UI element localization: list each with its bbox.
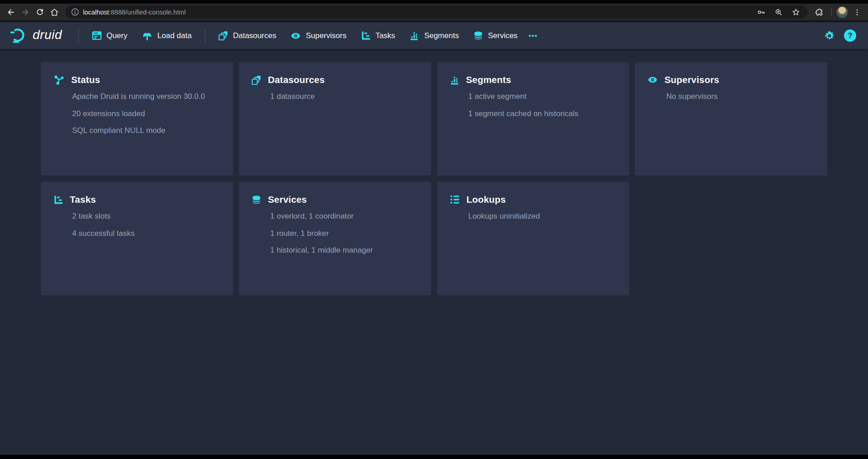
segments-icon [410,31,419,40]
card-lookups[interactable]: LookupsLookups uninitialized [437,182,629,295]
card-header: Services [252,194,419,205]
url-host: localhost [83,9,109,16]
eye-icon [291,31,301,41]
extensions-icon[interactable] [812,5,827,19]
card-title: Lookups [467,194,506,205]
card-body: 1 active segment1 segment cached on hist… [468,92,617,118]
profile-avatar[interactable] [836,6,848,18]
properties-icon [450,195,460,205]
card-line: 1 segment cached on historicals [468,109,617,119]
nav-item-load-data[interactable]: Load data [136,26,198,45]
card-tasks[interactable]: Tasks2 task slots4 successful tasks [41,182,233,295]
window-frame-bottom [0,455,868,459]
navbar-divider [205,29,205,43]
help-button[interactable]: ? [844,29,856,42]
nav-item-label: Load data [157,31,192,40]
nav-item-services[interactable]: Services [468,27,523,44]
card-body: No supervisors [666,92,814,102]
forward-icon [18,5,33,19]
nav-item-label: Query [107,31,127,40]
card-header: Tasks [54,194,220,205]
card-line: No supervisors [666,92,814,102]
url-text[interactable]: localhost:8888/unified-console.html [83,9,754,16]
reload-icon[interactable] [33,5,47,19]
nav-item-label: Datasources [233,31,276,40]
card-line: SQL compliant NULL mode [72,126,220,136]
card-header: Lookups [450,194,617,205]
url-bar[interactable]: localhost:8888/unified-console.html [65,5,808,19]
nav-item-datasources[interactable]: Datasources [213,27,282,44]
url-path: :8888/unified-console.html [109,9,185,16]
card-line: 20 extensions loaded [72,109,220,119]
site-info-icon[interactable] [71,8,79,16]
card-supervisors[interactable]: SupervisorsNo supervisors [635,62,827,176]
brand-name: druid [33,28,62,42]
menu-icon[interactable] [850,5,864,19]
card-line: 1 overlord, 1 coordinator [270,212,419,221]
card-line: Apache Druid is running version 30.0.0 [72,92,220,102]
query-icon [92,31,102,40]
password-key-icon[interactable] [754,5,769,19]
eye-icon [648,75,658,85]
card-line: 1 router, 1 broker [270,229,419,239]
nav-item-tasks[interactable]: Tasks [355,27,401,44]
card-line: 1 datasource [270,92,419,102]
card-header: Status [54,74,220,85]
home-view: StatusApache Druid is running version 30… [0,49,868,455]
card-title: Datasources [268,74,325,85]
card-line: 1 active segment [468,92,617,102]
card-line: 1 historical, 1 middle manager [270,246,419,255]
card-title: Segments [466,74,512,85]
datasources-icon [252,75,261,85]
upload-icon [142,30,152,41]
home-icon[interactable] [47,5,62,19]
database-icon [252,195,261,205]
nav-item-label: Supervisors [306,31,346,40]
nav-item-label: Services [488,31,517,40]
card-line: Lookups uninitialized [468,212,617,221]
navbar-primary-group: QueryLoad data [86,26,198,45]
bookmark-star-icon[interactable] [789,5,803,19]
card-segments[interactable]: Segments1 active segment1 segment cached… [437,62,629,176]
card-line: 4 successful tasks [72,229,220,239]
card-line: 2 task slots [72,212,220,221]
back-icon[interactable] [4,5,18,19]
card-body: 1 datasource [270,92,419,102]
card-title: Tasks [70,194,96,205]
card-status[interactable]: StatusApache Druid is running version 30… [41,62,233,176]
gantt-icon [54,195,63,205]
card-header: Supervisors [648,74,814,85]
card-title: Status [71,74,100,85]
gear-icon[interactable] [824,30,835,41]
graph-icon [54,74,64,85]
segments-icon [450,75,459,85]
database-icon [473,31,483,40]
nav-item-supervisors[interactable]: Supervisors [285,27,352,45]
navbar-section-group: DatasourcesSupervisorsTasksSegmentsServi… [213,27,523,45]
more-icon[interactable] [523,27,542,45]
nav-item-label: Segments [424,31,459,40]
toolbar-separator [831,8,832,16]
card-header: Segments [450,74,617,85]
card-body: 1 overlord, 1 coordinator1 router, 1 bro… [270,212,419,255]
nav-item-segments[interactable]: Segments [404,27,465,44]
nav-item-label: Tasks [375,31,395,40]
card-body: Apache Druid is running version 30.0.020… [72,92,220,136]
navbar-divider [78,29,79,43]
druid-logo-icon [10,28,28,43]
card-title: Supervisors [664,74,719,85]
card-datasources[interactable]: Datasources1 datasource [239,62,431,176]
gantt-icon [361,31,371,40]
card-header: Datasources [252,74,419,85]
browser-toolbar: localhost:8888/unified-console.html [0,4,868,20]
card-title: Services [268,194,307,205]
card-services[interactable]: Services1 overlord, 1 coordinator1 route… [239,182,431,295]
cards-grid: StatusApache Druid is running version 30… [41,62,827,295]
nav-item-query[interactable]: Query [86,27,133,44]
window-frame-top [0,0,868,4]
druid-logo[interactable]: druid [10,28,62,43]
card-body: Lookups uninitialized [468,212,617,221]
druid-navbar: druid QueryLoad data DatasourcesSupervis… [0,22,868,49]
card-body: 2 task slots4 successful tasks [72,212,220,238]
zoom-icon[interactable] [771,5,786,19]
